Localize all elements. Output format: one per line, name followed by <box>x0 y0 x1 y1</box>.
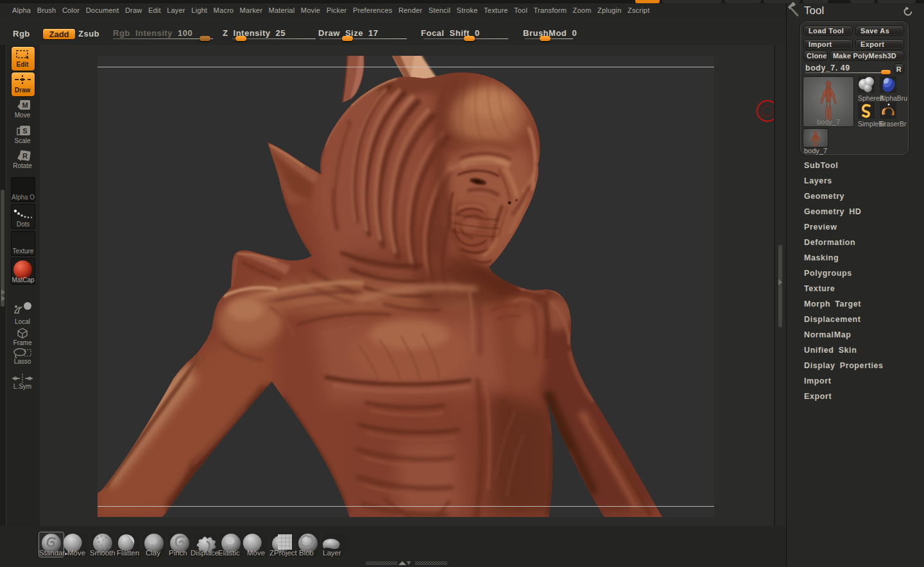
svg-text:Draw: Draw <box>15 87 31 94</box>
svg-text:S: S <box>22 127 27 135</box>
svg-text:Edit: Edit <box>17 61 30 68</box>
svg-text:M: M <box>22 101 28 109</box>
svg-text:R: R <box>22 152 28 160</box>
